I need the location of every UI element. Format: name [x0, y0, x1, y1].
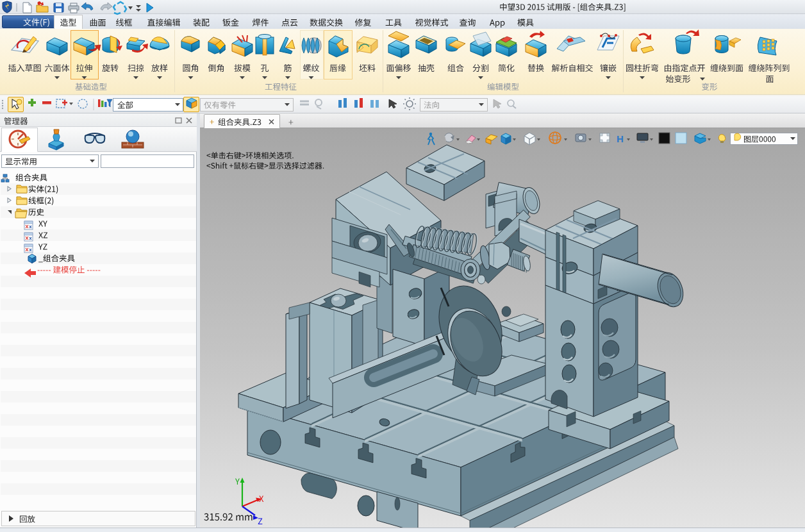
svg-text:H: H: [617, 133, 624, 144]
